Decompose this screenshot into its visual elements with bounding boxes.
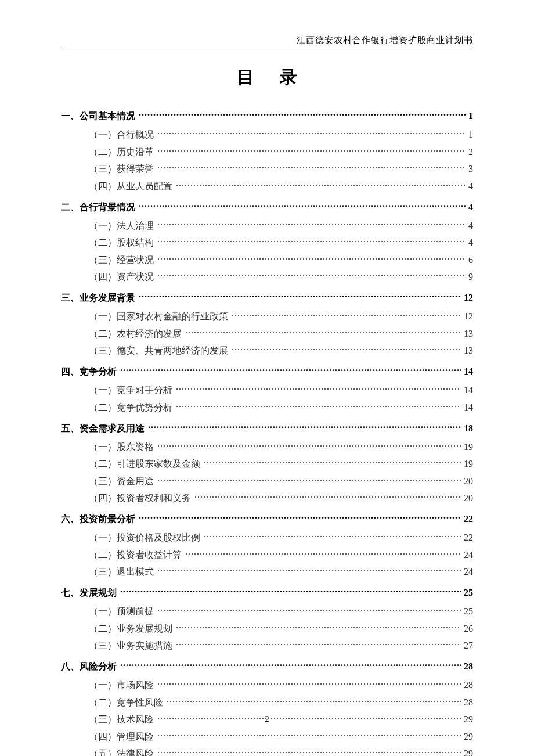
toc-section-page: 28 <box>464 661 473 672</box>
toc-sub-label: （一）竞争对手分析 <box>89 384 172 397</box>
toc-sub-label: （二）股权结构 <box>89 237 154 249</box>
toc-leader-dots <box>120 365 461 375</box>
toc-sub-label: （二）引进股东家数及金额 <box>89 458 200 470</box>
toc-sub-label: （四）资产状况 <box>89 271 154 283</box>
toc-section-row: 八、风险分析28 <box>61 660 473 673</box>
toc-sub-label: （一）预测前提 <box>89 606 154 618</box>
toc-sub-label: （一）法人治理 <box>89 220 154 232</box>
toc-section-row: 七、发展规划25 <box>61 586 473 599</box>
toc-sub-row: （二）股权结构4 <box>61 236 473 249</box>
toc-sub-page: 28 <box>464 697 473 708</box>
toc-sub-page: 25 <box>464 606 473 617</box>
toc-section-label: 八、风险分析 <box>61 661 117 673</box>
toc-sub-page: 19 <box>464 459 473 469</box>
table-of-contents: 一、公司基本情况1（一）合行概况1（二）历史沿革2（三）获得荣誉3（四）从业人员… <box>61 110 473 756</box>
toc-sub-row: （一）合行概况1 <box>61 128 473 141</box>
toc-section-row: 五、资金需求及用途18 <box>61 422 473 435</box>
toc-sub-page: 9 <box>468 272 473 282</box>
toc-leader-dots <box>157 679 461 688</box>
toc-leader-dots <box>176 401 461 411</box>
toc-leader-dots <box>139 201 466 210</box>
toc-section-page: 22 <box>464 514 473 524</box>
toc-sub-label: （一）市场风险 <box>89 679 154 692</box>
toc-leader-dots <box>157 566 461 575</box>
toc-sub-page: 22 <box>464 532 473 543</box>
toc-leader-dots <box>194 492 461 501</box>
toc-sub-row: （一）竞争对手分析14 <box>61 384 473 397</box>
toc-sub-page: 24 <box>464 567 473 577</box>
toc-sub-label: （二）投资者收益计算 <box>89 549 182 561</box>
toc-leader-dots <box>148 422 461 431</box>
toc-leader-dots <box>157 236 466 246</box>
toc-leader-dots <box>176 639 461 649</box>
toc-sub-row: （三）资金用途20 <box>61 475 473 488</box>
toc-sub-row: （一）投资价格及股权比例22 <box>61 531 473 544</box>
toc-sub-label: （三）获得荣誉 <box>89 163 154 175</box>
toc-sub-label: （四）管理风险 <box>89 731 154 743</box>
toc-section-label: 四、竞争分析 <box>61 366 117 378</box>
toc-leader-dots <box>232 344 461 354</box>
toc-leader-dots <box>176 384 461 393</box>
toc-sub-page: 20 <box>464 493 473 503</box>
toc-sub-label: （四）从业人员配置 <box>89 181 172 193</box>
toc-sub-label: （三）资金用途 <box>89 476 154 488</box>
toc-sub-label: （二）农村经济的发展 <box>89 328 182 340</box>
toc-sub-label: （一）国家对农村金融的行业政策 <box>89 311 228 323</box>
toc-sub-page: 13 <box>464 329 473 339</box>
toc-sub-row: （三）业务实施措施27 <box>61 639 473 652</box>
toc-leader-dots <box>157 475 461 484</box>
toc-sub-row: （一）预测前提25 <box>61 605 473 618</box>
document-header: 江西德安农村合作银行增资扩股商业计划书 <box>61 35 473 48</box>
toc-sub-label: （三）业务实施措施 <box>89 640 172 652</box>
toc-sub-row: （三）退出模式24 <box>61 566 473 578</box>
toc-leader-dots <box>157 271 466 280</box>
toc-sub-label: （三）德安、共青两地经济的发展 <box>89 345 228 357</box>
toc-section-page: 25 <box>464 588 473 598</box>
toc-sub-label: （一）股东资格 <box>89 441 154 453</box>
toc-sub-label: （四）投资者权利和义务 <box>89 492 191 505</box>
toc-sub-page: 1 <box>468 129 473 140</box>
toc-leader-dots <box>120 660 461 669</box>
toc-leader-dots <box>167 696 461 705</box>
toc-sub-row: （二）投资者收益计算24 <box>61 549 473 561</box>
toc-sub-page: 4 <box>468 181 473 192</box>
toc-sub-row: （二）竞争性风险28 <box>61 696 473 709</box>
toc-sub-row: （一）法人治理4 <box>61 219 473 232</box>
toc-sub-label: （三）经营状况 <box>89 254 154 267</box>
toc-leader-dots <box>157 730 461 740</box>
toc-section-row: 一、公司基本情况1 <box>61 110 473 123</box>
toc-sub-label: （二）竞争性风险 <box>89 697 163 709</box>
toc-leader-dots <box>176 622 461 632</box>
toc-sub-label: （一）投资价格及股权比例 <box>89 532 200 544</box>
toc-leader-dots <box>185 327 461 337</box>
toc-sub-row: （一）市场风险28 <box>61 679 473 692</box>
page-number: 2 <box>0 715 534 724</box>
toc-sub-page: 19 <box>464 442 473 452</box>
toc-section-page: 12 <box>464 293 473 303</box>
toc-sub-row: （四）管理风险29 <box>61 730 473 743</box>
toc-sub-row: （二）竞争优势分析14 <box>61 401 473 414</box>
toc-leader-dots <box>157 219 466 229</box>
toc-leader-dots <box>157 441 461 450</box>
toc-leader-dots <box>139 110 466 119</box>
toc-sub-page: 29 <box>464 748 473 756</box>
toc-section-page: 18 <box>464 423 473 434</box>
toc-sub-row: （三）获得荣誉3 <box>61 163 473 175</box>
toc-sub-row: （二）历史沿革2 <box>61 146 473 159</box>
toc-sub-label: （五）法律风险 <box>89 748 154 756</box>
toc-leader-dots <box>139 291 461 301</box>
toc-sub-row: （三）经营状况6 <box>61 254 473 267</box>
toc-sub-row: （四）投资者权利和义务20 <box>61 492 473 505</box>
toc-section-row: 六、投资前景分析22 <box>61 513 473 525</box>
toc-leader-dots <box>139 513 461 522</box>
toc-leader-dots <box>157 605 461 614</box>
toc-sub-row: （三）德安、共青两地经济的发展13 <box>61 344 473 357</box>
toc-sub-page: 27 <box>464 640 473 651</box>
toc-sub-label: （二）历史沿革 <box>89 146 154 159</box>
toc-sub-label: （二）竞争优势分析 <box>89 402 172 414</box>
toc-sub-page: 4 <box>468 237 473 248</box>
toc-section-label: 一、公司基本情况 <box>61 110 135 123</box>
toc-sub-row: （四）从业人员配置4 <box>61 180 473 193</box>
toc-leader-dots <box>157 128 466 138</box>
toc-sub-page: 2 <box>468 147 473 157</box>
